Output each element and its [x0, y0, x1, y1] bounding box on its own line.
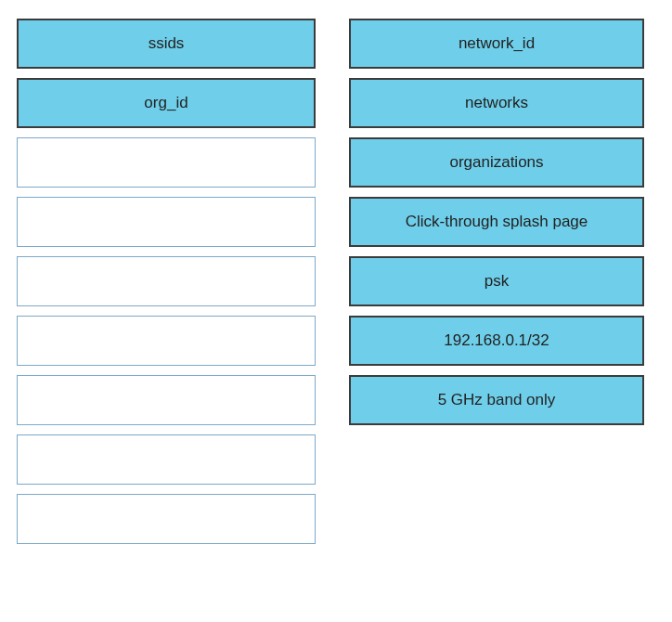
option-label: networks	[465, 94, 528, 112]
left-column: ssids org_id	[17, 19, 316, 544]
option-label: organizations	[449, 153, 543, 172]
option-networks[interactable]: networks	[349, 78, 644, 128]
empty-slot[interactable]	[17, 434, 316, 485]
empty-slot[interactable]	[17, 137, 316, 188]
option-psk[interactable]: psk	[349, 256, 644, 306]
diagram-container: ssids org_id network_id networks organiz…	[17, 19, 655, 544]
option-band[interactable]: 5 GHz band only	[349, 375, 644, 425]
source-label: ssids	[149, 34, 185, 53]
empty-slot[interactable]	[17, 375, 316, 425]
right-column: network_id networks organizations Click-…	[349, 19, 644, 544]
empty-slot[interactable]	[17, 316, 316, 366]
option-label: Click-through splash page	[406, 213, 588, 231]
source-item-ssids[interactable]: ssids	[17, 19, 316, 69]
option-network-id[interactable]: network_id	[349, 19, 644, 69]
option-label: psk	[485, 272, 509, 291]
empty-slot[interactable]	[17, 494, 316, 544]
empty-slot[interactable]	[17, 197, 316, 247]
source-label: org_id	[144, 94, 187, 112]
option-ip-cidr[interactable]: 192.168.0.1/32	[349, 316, 644, 366]
source-item-org-id[interactable]: org_id	[17, 78, 316, 128]
option-label: 5 GHz band only	[438, 391, 556, 409]
option-label: network_id	[459, 34, 535, 53]
option-splash-page[interactable]: Click-through splash page	[349, 197, 644, 247]
option-label: 192.168.0.1/32	[444, 331, 549, 350]
empty-slot[interactable]	[17, 256, 316, 306]
option-organizations[interactable]: organizations	[349, 137, 644, 188]
